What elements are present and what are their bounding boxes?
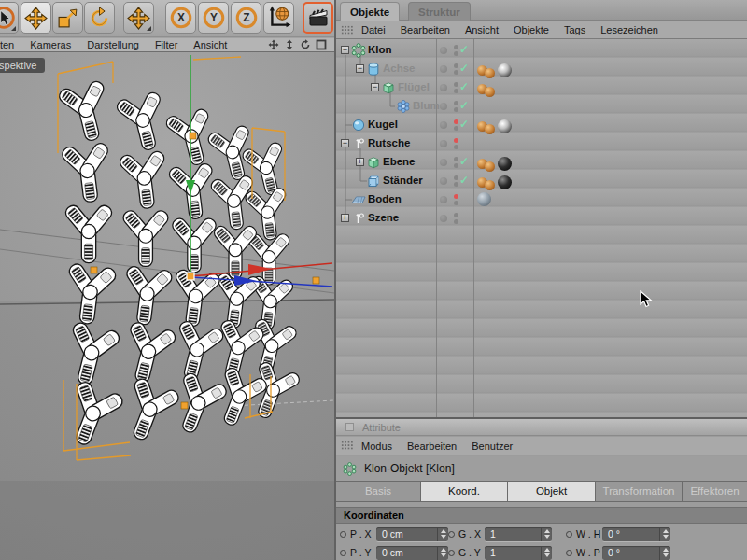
tree-row-st-nder[interactable]: Ständer✓	[336, 172, 747, 190]
attr-tab-objekt[interactable]: Objekt	[508, 482, 595, 501]
null-icon[interactable]	[351, 136, 366, 151]
tree-row-blume[interactable]: Blume✓	[336, 97, 747, 116]
object-name[interactable]: Rutsche	[368, 137, 410, 148]
object-name[interactable]: Achse	[383, 63, 416, 74]
layer-dot[interactable]	[440, 103, 447, 110]
y-lock-button[interactable]: Y	[198, 2, 229, 34]
object-name[interactable]: Ständer	[383, 175, 423, 186]
scale-tool-button[interactable]	[52, 2, 83, 34]
value-input[interactable]: 0 cm	[376, 546, 448, 560]
layer-dot[interactable]	[440, 196, 447, 203]
clone-instance[interactable]	[55, 77, 119, 146]
enabled-check[interactable]: ✓	[459, 62, 469, 75]
object-name[interactable]: Ebene	[383, 156, 416, 167]
tree-row-klon[interactable]: −Klon✓	[336, 41, 747, 60]
keyframe-circle[interactable]	[566, 550, 572, 556]
keyframe-circle[interactable]	[340, 531, 346, 538]
flower-icon[interactable]	[396, 99, 411, 114]
menu-item-datei[interactable]: Datei	[361, 24, 386, 35]
spinner-control[interactable]	[659, 527, 670, 541]
expand-toggle[interactable]: +	[341, 214, 349, 222]
tree-row-ebene[interactable]: +Ebene✓	[336, 153, 747, 172]
drag-grip-icon[interactable]	[341, 25, 354, 35]
spinner-control[interactable]	[437, 546, 448, 560]
select-tool-button[interactable]	[0, 2, 19, 34]
attr-tab-effektoren[interactable]: Effektoren	[683, 482, 747, 501]
enabled-check[interactable]: ✓	[459, 155, 469, 168]
chrome-material-tag[interactable]	[498, 63, 512, 77]
render-visibility-dot[interactable]	[454, 145, 458, 149]
tree-row-szene[interactable]: +Szene	[336, 209, 747, 228]
chrome-material-tag[interactable]	[498, 119, 512, 133]
render-visibility-dot[interactable]	[454, 163, 458, 168]
expand-toggle[interactable]: −	[356, 64, 364, 73]
editor-visibility-dot[interactable]	[454, 175, 458, 180]
render-visibility-dot[interactable]	[454, 201, 458, 205]
render-visibility-dot[interactable]	[454, 51, 458, 56]
field-value[interactable]: 0 °	[602, 528, 659, 539]
menu-item-bearbeiten[interactable]: Bearbeiten	[401, 24, 450, 35]
object-name[interactable]: Flügel	[398, 81, 430, 92]
keyframe-circle[interactable]	[340, 550, 346, 556]
menu-item-ansicht[interactable]: Ansicht	[193, 39, 227, 50]
enabled-check[interactable]: ✓	[459, 80, 469, 93]
render-visibility-dot[interactable]	[454, 219, 458, 224]
attr-tab-koord-[interactable]: Koord.	[421, 482, 507, 501]
editor-visibility-dot[interactable]	[454, 157, 458, 161]
clone-instance[interactable]	[117, 147, 173, 211]
field-value[interactable]: 1	[485, 528, 541, 539]
menu-item-objekte[interactable]: Objekte	[514, 24, 549, 35]
editor-visibility-dot[interactable]	[454, 213, 458, 217]
layer-dot[interactable]	[440, 215, 447, 222]
render-visibility-dot[interactable]	[454, 126, 458, 131]
render-visibility-dot[interactable]	[454, 182, 458, 187]
clone-instance[interactable]	[120, 208, 170, 266]
viewport-label[interactable]: Perspektive	[0, 58, 45, 73]
drag-grip-icon[interactable]	[341, 441, 354, 451]
enabled-check[interactable]: ✓	[459, 99, 469, 112]
expand-toggle[interactable]: −	[341, 46, 349, 54]
object-name[interactable]: Boden	[368, 193, 402, 204]
field-value[interactable]: 1	[485, 547, 541, 558]
move-tool-button[interactable]	[21, 2, 51, 34]
clone-instance[interactable]	[113, 88, 175, 155]
layer-dot[interactable]	[440, 159, 447, 166]
attr-tab-basis[interactable]: Basis	[336, 482, 420, 501]
enabled-check[interactable]: ✓	[459, 174, 469, 187]
x-lock-button[interactable]: X	[165, 2, 196, 34]
menu-item-kameras[interactable]: Kameras	[30, 39, 71, 50]
keyframe-circle[interactable]	[448, 550, 455, 556]
menu-item-filter[interactable]: Filter	[155, 39, 177, 50]
cloner-icon[interactable]	[351, 43, 366, 58]
tree-row-kugel[interactable]: Kugel✓	[336, 116, 747, 134]
keyframe-circle[interactable]	[566, 531, 572, 538]
sphere-icon[interactable]	[351, 118, 366, 133]
cylinder-icon[interactable]	[366, 62, 381, 77]
editor-visibility-dot[interactable]	[454, 119, 458, 124]
object-name[interactable]: Klon	[368, 44, 392, 55]
blackball-material-tag[interactable]	[498, 175, 512, 189]
cube-blue-icon[interactable]	[366, 174, 381, 189]
menu-item-lesezeichen[interactable]: Lesezeichen	[600, 24, 658, 35]
attr-tab-transformation[interactable]: Transformation	[596, 482, 682, 501]
enabled-check[interactable]: ✓	[459, 118, 469, 131]
editor-visibility-dot[interactable]	[454, 101, 458, 105]
cube-green-icon[interactable]	[366, 155, 381, 170]
object-name[interactable]: Szene	[368, 212, 399, 223]
editor-visibility-dot[interactable]	[454, 82, 458, 87]
rotate-tool-button[interactable]	[84, 2, 115, 34]
copper-material-tag[interactable]	[485, 87, 495, 97]
tree-row-rutsche[interactable]: −Rutsche	[336, 134, 747, 153]
menu-item-modus[interactable]: Modus	[361, 441, 392, 452]
layer-dot[interactable]	[440, 177, 447, 185]
menu-item-bearbeiten[interactable]: Bearbeiten	[0, 39, 14, 50]
value-input[interactable]: 0 °	[602, 546, 670, 560]
z-lock-button[interactable]: Z	[231, 2, 261, 34]
clone-instance[interactable]	[63, 203, 115, 262]
cube-green-icon[interactable]	[381, 80, 396, 95]
object-name[interactable]: Kugel	[368, 119, 398, 130]
value-input[interactable]: 1	[485, 527, 552, 541]
spinner-control[interactable]	[437, 527, 448, 541]
editor-visibility-dot[interactable]	[454, 194, 458, 199]
expand-toggle[interactable]: +	[356, 158, 364, 166]
